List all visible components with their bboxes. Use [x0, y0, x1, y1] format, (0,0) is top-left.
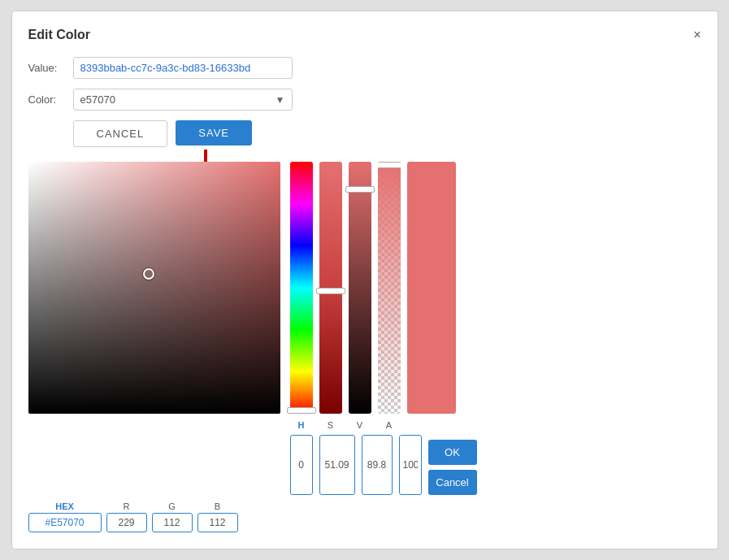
swatch-label-spacer	[407, 420, 456, 430]
color-preview-swatch	[407, 162, 456, 414]
a-label: A	[378, 420, 401, 430]
cancel-bottom-button[interactable]: Cancel	[428, 470, 477, 495]
ok-button[interactable]: OK	[428, 440, 477, 465]
g-label: G	[168, 501, 176, 511]
ok-cancel-actions: OK Cancel	[428, 440, 477, 495]
buttons-row: CANCEL SAVE	[73, 120, 701, 147]
s-input[interactable]	[319, 435, 355, 495]
alpha-slider[interactable]	[378, 162, 401, 414]
s-label: S	[319, 420, 342, 430]
h-input[interactable]	[290, 435, 313, 495]
color-label: Color:	[28, 93, 73, 106]
hex-label: HEX	[55, 501, 74, 511]
r-col: R	[106, 501, 147, 532]
dialog-title: Edit Color	[28, 28, 90, 42]
hue-slider[interactable]	[290, 162, 313, 414]
h-label: H	[290, 420, 313, 430]
dialog-header: Edit Color ×	[28, 28, 701, 42]
dropdown-arrow-icon: ▼	[276, 94, 285, 106]
sliders-and-labels	[290, 162, 477, 414]
saturation-slider-col	[319, 162, 342, 414]
g-col: G	[152, 501, 193, 532]
color-picker-area: H S V A OK Cancel	[28, 162, 701, 495]
b-input[interactable]	[197, 513, 238, 532]
gradient-picker[interactable]	[28, 162, 280, 414]
value-label: Value:	[28, 62, 73, 74]
color-field-row: Color: e57070 ▼	[28, 89, 701, 111]
v-label: V	[349, 420, 371, 430]
value-field-row: Value:	[28, 57, 701, 79]
close-button[interactable]: ×	[693, 28, 701, 41]
cancel-button[interactable]: CANCEL	[73, 120, 168, 147]
saturation-slider[interactable]	[319, 162, 342, 414]
hue-slider-col	[290, 162, 313, 414]
value-slider-col	[349, 162, 371, 414]
r-input[interactable]	[106, 513, 147, 532]
hex-col: HEX	[28, 501, 102, 532]
sliders-panel: H S V A OK Cancel	[290, 162, 477, 495]
b-col: B	[197, 501, 238, 532]
alpha-slider-col	[378, 162, 401, 414]
g-input[interactable]	[152, 513, 193, 532]
save-button[interactable]: SAVE	[176, 120, 252, 145]
slider-labels: H S V A	[290, 420, 477, 430]
a-input[interactable]	[399, 435, 422, 495]
value-input[interactable]	[73, 57, 293, 79]
hsva-inputs: OK Cancel	[290, 435, 477, 495]
color-select-text: e57070	[80, 93, 276, 106]
hex-input[interactable]	[28, 513, 102, 532]
r-label: R	[124, 501, 130, 511]
picker-cursor	[143, 268, 154, 280]
color-select[interactable]: e57070 ▼	[73, 89, 293, 111]
b-label: B	[215, 501, 220, 511]
v-input[interactable]	[362, 435, 393, 495]
edit-color-dialog: Edit Color × Value: Color: e57070 ▼ CANC…	[11, 11, 718, 549]
value-slider[interactable]	[349, 162, 371, 414]
hex-rgb-section: HEX R G B	[28, 501, 701, 532]
